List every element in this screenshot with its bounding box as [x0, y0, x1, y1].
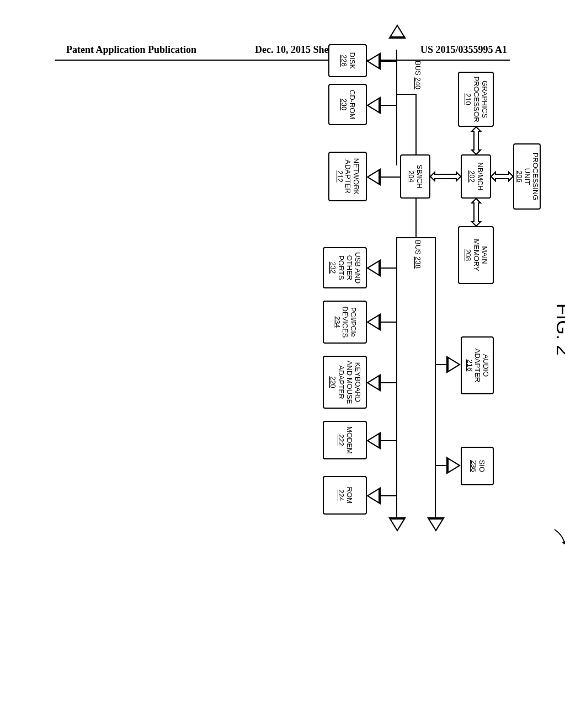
ref-num: 232: [328, 262, 337, 274]
label: MODEM: [345, 426, 353, 454]
ref-num: 206: [515, 170, 523, 183]
ref-num: 212: [335, 170, 344, 183]
ref-num: 234: [333, 316, 341, 328]
figure-2-diagram: FIG. 2 200 PROCESSING UNIT 206 NB/MCH 20…: [0, 165, 563, 596]
box-audio: AUDIO ADAPTER 216: [461, 336, 494, 394]
label: DISK: [348, 52, 356, 69]
ref-arrow-icon: [552, 527, 565, 549]
bus238-arrow-pci: [366, 313, 381, 331]
bus238-to-pci-line: [381, 322, 397, 323]
box-modem: MODEM 222: [323, 421, 367, 459]
box-sbich: SB/ICH 204: [400, 154, 430, 199]
ref-num: 238: [414, 256, 422, 269]
bus240-arrow-disk: [366, 52, 381, 70]
bus240-bottom2: [396, 94, 397, 165]
ref-num: 210: [463, 93, 472, 105]
bus238-arrow-right-top: [427, 517, 445, 532]
box-rom: ROM 224: [323, 476, 367, 515]
label: MAIN MEMORY: [472, 229, 488, 281]
box-pci: PCI/PCIe DEVICES 234: [323, 301, 367, 344]
arrow-graphics-nbmch: [470, 127, 483, 154]
label: GRAPHICS PROCESSOR: [472, 76, 488, 122]
bus240-bottom: [396, 50, 397, 95]
box-nbmch: NB/MCH 202: [461, 154, 491, 199]
bus238-stem: [415, 199, 417, 237]
sbich-to-net-line: [378, 176, 400, 178]
header-left: Patent Application Publication: [66, 44, 196, 56]
box-graphics: GRAPHICS PROCESSOR 210: [458, 72, 494, 127]
label: PROCESSING UNIT: [523, 147, 540, 206]
label: NETWORK ADAPTER: [344, 158, 360, 195]
figure-title: FIG. 2: [552, 303, 565, 355]
box-cdrom: CD-ROM 230: [328, 84, 367, 125]
bus238-to-usb-line: [381, 267, 397, 269]
ref-num: 220: [328, 376, 337, 388]
bus240-to-cdrom-line: [381, 105, 397, 106]
bus238-bottom: [396, 237, 397, 517]
ref-num: 240: [414, 77, 422, 89]
ref-num: 216: [465, 360, 473, 372]
sbich-arrow-net: [366, 168, 381, 186]
bus238-arrow-kbm: [366, 374, 381, 392]
bus238-top: [435, 237, 436, 517]
bus238-label: BUS 238: [414, 240, 422, 269]
bus240-riser: [397, 94, 417, 95]
bus238-to-modem-line: [381, 440, 397, 441]
bus238-arrow-right-bottom: [388, 517, 406, 532]
bus240-arrow-cdrom: [366, 97, 381, 114]
bus238-to-rom-line: [381, 495, 397, 496]
box-main-memory: MAIN MEMORY 208: [458, 226, 494, 284]
ref-num: 204: [407, 170, 415, 183]
bus238-arrow-rom: [366, 487, 381, 505]
bus238-arrow-audio: [446, 356, 461, 373]
label: PCI/PCIe DEVICES: [341, 306, 358, 338]
label: USB AND OTHER PORTS: [337, 252, 361, 283]
label: NB/MCH: [476, 162, 484, 190]
header-rule: [55, 60, 510, 61]
label: BUS: [414, 240, 422, 255]
box-network: NETWORK ADAPTER 212: [328, 152, 367, 201]
bus238-riser: [397, 237, 436, 238]
bus238-arrow-usb: [366, 259, 381, 277]
bus240-stem: [415, 94, 417, 154]
label: SIO: [477, 460, 486, 472]
ref-num: 226: [339, 55, 348, 67]
arrow-nbmch-memory: [470, 199, 483, 226]
arrow-pu-nbmch: [491, 170, 513, 183]
ref-num: 236: [469, 460, 477, 472]
label: ROM: [345, 487, 353, 504]
box-sio: SIO 236: [461, 447, 494, 485]
label: CD-ROM: [348, 90, 356, 119]
label: BUS: [414, 61, 422, 76]
label: AUDIO ADAPTER: [473, 340, 490, 391]
ref-num: 224: [337, 489, 345, 501]
bus240-label: BUS 240: [414, 61, 422, 89]
bus238-arrow-sio: [446, 457, 461, 474]
header-right: US 2015/0355995 A1: [420, 44, 507, 56]
box-disk: DISK 226: [328, 44, 367, 77]
ref-num: 230: [339, 99, 348, 111]
bus238-arrow-modem: [366, 432, 381, 449]
patent-page: Patent Application Publication Dec. 10, …: [0, 0, 565, 728]
ref-num: 222: [337, 434, 345, 446]
page-header: Patent Application Publication Dec. 10, …: [0, 44, 565, 56]
bus240-to-disk-line: [381, 61, 397, 62]
ref-num: 208: [463, 249, 472, 261]
bus238-to-kbm-line: [381, 382, 397, 383]
label: KEYBOARD AND MOUSE ADAPTER: [337, 361, 361, 404]
box-kbmouse: KEYBOARD AND MOUSE ADAPTER 220: [323, 356, 367, 409]
label: SB/ICH: [415, 164, 424, 188]
box-usb: USB AND OTHER PORTS 232: [323, 247, 367, 288]
box-processing-unit: PROCESSING UNIT 206: [513, 143, 541, 210]
arrow-nbmch-sbich: [430, 170, 461, 183]
ref-num: 202: [468, 170, 476, 183]
